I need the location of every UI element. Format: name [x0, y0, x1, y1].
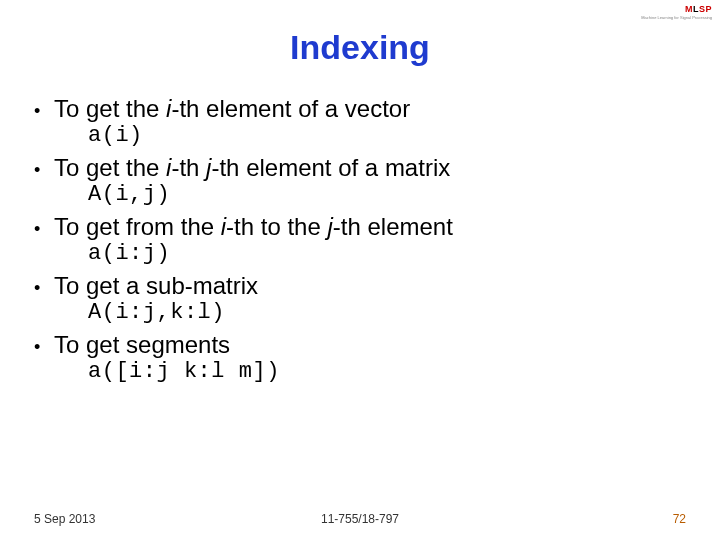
code-line: a(i)	[88, 123, 686, 148]
bullet-item: • To get a sub-matrix	[34, 272, 686, 300]
code-line: A(i,j)	[88, 182, 686, 207]
logo: MLSP	[685, 4, 712, 14]
bullet-text: To get the i-th element of a vector	[54, 95, 686, 123]
bullet-text: To get from the i-th to the j-th element	[54, 213, 686, 241]
logo-subtitle: Machine Learning for Signal Processing	[641, 15, 712, 20]
bullet-text: To get a sub-matrix	[54, 272, 686, 300]
bullet-item: • To get the i-th j-th element of a matr…	[34, 154, 686, 182]
bullet-item: • To get from the i-th to the j-th eleme…	[34, 213, 686, 241]
bullet-dot: •	[34, 99, 54, 123]
code-line: a(i:j)	[88, 241, 686, 266]
bullet-text: To get segments	[54, 331, 686, 359]
bullet-dot: •	[34, 158, 54, 182]
bullet-item: • To get segments	[34, 331, 686, 359]
bullet-dot: •	[34, 335, 54, 359]
bullet-item: • To get the i-th element of a vector	[34, 95, 686, 123]
logo-m: M	[685, 4, 693, 14]
bullet-dot: •	[34, 217, 54, 241]
bullet-dot: •	[34, 276, 54, 300]
code-line: a([i:j k:l m])	[88, 359, 686, 384]
slide-footer: 5 Sep 2013 11-755/18-797 72	[0, 512, 720, 526]
code-line: A(i:j,k:l)	[88, 300, 686, 325]
logo-p: P	[705, 4, 712, 14]
bullet-text: To get the i-th j-th element of a matrix	[54, 154, 686, 182]
footer-course: 11-755/18-797	[0, 512, 720, 526]
slide-title: Indexing	[0, 28, 720, 67]
slide-content: • To get the i-th element of a vector a(…	[0, 95, 720, 384]
